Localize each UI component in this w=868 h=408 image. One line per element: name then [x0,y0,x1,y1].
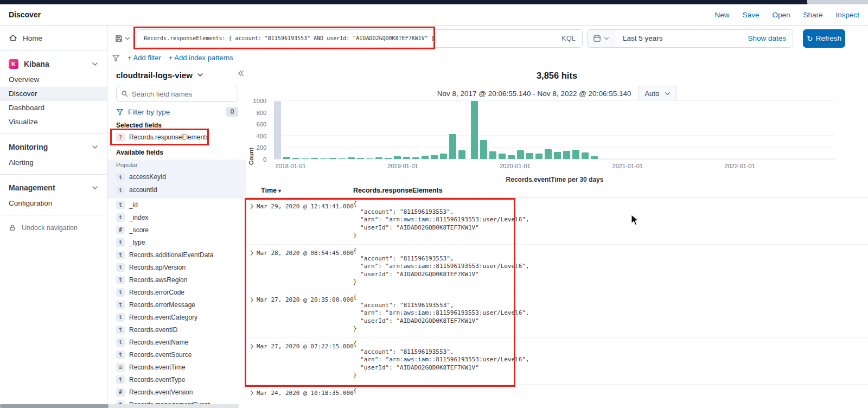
field-item[interactable]: tRecords.eventName [116,336,238,348]
field-item-records-responseelements[interactable]: ? Records.responseElements [116,130,238,144]
field-item[interactable]: t accountId [116,183,238,196]
histogram-bar [582,152,589,159]
field-type-icon: t [116,251,125,259]
index-pattern-selector[interactable]: cloudtrail-logs-view [116,67,238,82]
expand-row-icon[interactable] [249,343,255,349]
sidebar-item-configuration[interactable]: Configuration [0,196,107,211]
histogram-plot[interactable] [274,101,835,160]
section-label: Management [9,183,55,192]
field-item[interactable]: #_score [116,224,238,236]
expand-row-icon[interactable] [249,203,255,209]
field-name: Records.errorMessage [129,301,195,309]
sidebar-section-management[interactable]: Management [0,179,107,196]
field-type-icon: t [116,186,125,194]
documents-table: Time▾ Records.responseElements Mar 29, 2… [246,186,868,408]
field-name: _index [129,214,148,221]
field-name: Records.awsRegion [129,276,187,284]
histogram-bar [440,154,447,159]
query-language-button[interactable]: KQL [555,34,582,42]
save-button[interactable]: Save [743,11,760,19]
refresh-button[interactable]: ↻ Refresh [803,29,845,48]
sidebar-item-dashboard[interactable]: Dashboard [0,101,107,115]
histogram-bar [366,158,373,159]
expand-row-icon[interactable] [249,250,255,256]
expand-row-icon[interactable] [249,390,255,396]
row-timestamp: Mar 28, 2020 @ 08:54:45.000 [257,250,354,257]
histogram-bar [489,151,496,159]
field-item[interactable]: tRecords.errorCode [116,286,238,298]
sidebar-item-discover[interactable]: Discover [0,87,107,101]
filter-by-type-button[interactable]: Filter by type 0 [116,106,238,117]
histogram-bar [274,101,281,159]
lock-icon [9,224,16,232]
table-row: Mar 28, 2020 @ 08:54:45.000 { "account":… [246,245,868,291]
sidebar-item-home[interactable]: Home [0,30,107,46]
field-name: accessKeyId [129,173,166,181]
field-type-icon: ⊞ [116,363,125,372]
undock-navigation-button[interactable]: Undock navigation [0,220,107,236]
selected-fields-heading: Selected fields [116,122,238,129]
field-item[interactable]: tRecords.apiVersion [116,261,238,273]
histogram-bar [292,158,299,159]
histogram-bar [339,158,346,159]
calendar-icon [593,34,601,42]
sidebar-item-visualize[interactable]: Visualize [0,115,107,129]
window-chrome-strip [0,0,868,4]
field-item[interactable]: tRecords.eventType [116,373,238,386]
histogram-bar [458,150,465,159]
horizontal-scrollbar-thumb[interactable] [0,404,108,408]
query-input[interactable] [137,35,555,41]
histogram-bar [403,157,410,159]
chevron-down-icon [197,72,203,78]
filter-icon [116,108,124,116]
time-range-value[interactable]: Last 5 years [615,34,748,42]
results-main: 3,856 hits Nov 8, 2017 @ 20:06:55.140 - … [246,64,868,408]
popular-heading: Popular [116,162,238,169]
field-item[interactable]: tRecords.eventSource [116,348,238,361]
field-item[interactable]: #Records.eventVersion [116,386,238,398]
sidebar-item-overview[interactable]: Overview [0,73,107,87]
date-picker-quick-menu[interactable] [588,30,615,47]
sidebar-section-monitoring[interactable]: Monitoring [0,138,107,156]
share-button[interactable]: Share [803,11,822,19]
nav-divider [0,133,107,134]
inspect-button[interactable]: Inspect [835,11,859,19]
add-index-patterns-button[interactable]: + Add index patterns [169,54,233,62]
sidebar-section-kibana[interactable]: K Kibana [0,55,107,73]
field-item[interactable]: ⊞Records.eventTime [116,361,238,373]
chevron-down-icon [604,36,609,41]
field-item[interactable]: t accessKeyId [116,170,238,183]
histogram-bar [508,155,515,159]
field-search-box [116,86,238,102]
histogram-bar [412,157,419,159]
hits-count: 3,856 hits [246,71,868,81]
field-item[interactable]: tRecords.awsRegion [116,273,238,286]
field-name: Records.responseElements [129,133,209,141]
field-item[interactable]: tRecords.errorMessage [116,298,238,311]
popular-fields-section: Popular t accessKeyId t accountId [107,160,246,199]
field-item[interactable]: tRecords.eventCategory [116,311,238,323]
field-item[interactable]: t_type [116,236,238,248]
histogram-bar [449,134,456,159]
collapse-sidebar-icon[interactable] [237,69,245,77]
show-dates-button[interactable]: Show dates [748,34,793,42]
histogram-caption: Records.eventTime per 30 days [274,176,835,183]
expand-row-icon[interactable] [249,297,255,303]
search-icon [121,90,129,98]
field-item[interactable]: t_id [116,199,238,211]
new-button[interactable]: New [715,11,730,19]
open-button[interactable]: Open [772,11,790,19]
table-header: Time▾ Records.responseElements [246,186,868,197]
field-item[interactable]: tRecords.additionalEventData [116,248,238,261]
column-header-time[interactable]: Time▾ [261,187,281,194]
add-filter-button[interactable]: + Add filter [127,54,161,62]
refresh-icon: ↻ [807,35,813,42]
filter-icon[interactable] [112,54,120,62]
available-fields-heading: Available fields [116,149,238,156]
field-item[interactable]: tRecords.eventID [116,323,238,336]
field-search-input[interactable] [132,90,233,98]
sidebar-item-alerting[interactable]: Alerting [0,156,107,170]
histogram-bar [535,154,542,159]
field-item[interactable]: t_index [116,211,238,224]
saved-query-menu-button[interactable] [112,29,132,48]
